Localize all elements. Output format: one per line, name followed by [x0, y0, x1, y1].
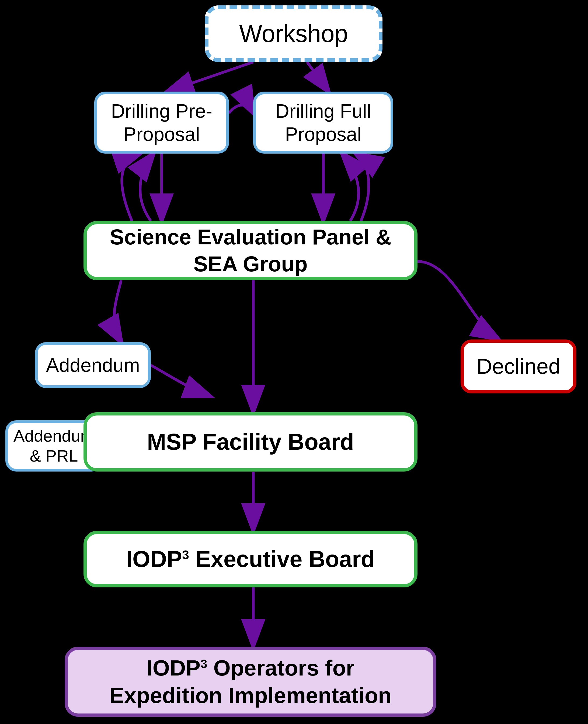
workshop-label: Workshop — [239, 20, 348, 48]
operators-label: IODP3 Operators forExpedition Implementa… — [109, 654, 392, 709]
svg-line-4 — [307, 62, 329, 91]
addendum-label: Addendum — [46, 354, 140, 376]
executive-node: IODP3 Executive Board — [84, 531, 418, 587]
full-proposal-label: Drilling Full Proposal — [256, 99, 391, 146]
declined-label: Declined — [477, 354, 560, 379]
executive-label: IODP3 Executive Board — [126, 546, 375, 572]
pre-proposal-label: Drilling Pre-Proposal — [97, 99, 226, 146]
operators-node: IODP3 Operators forExpedition Implementa… — [65, 647, 436, 717]
msp-label: MSP Facility Board — [147, 429, 354, 455]
full-proposal-node: Drilling Full Proposal — [253, 91, 393, 153]
sep-label: Science Evaluation Panel & SEA Group — [87, 224, 414, 277]
pre-proposal-node: Drilling Pre-Proposal — [94, 91, 229, 153]
svg-line-3 — [167, 62, 253, 91]
declined-node: Declined — [461, 339, 576, 393]
msp-node: MSP Facility Board — [84, 412, 418, 472]
addendum-node: Addendum — [35, 342, 151, 388]
sep-node: Science Evaluation Panel & SEA Group — [84, 221, 418, 280]
workshop-node: Workshop — [205, 5, 382, 62]
diagram-container: Workshop Drilling Pre-Proposal Drilling … — [0, 0, 588, 724]
